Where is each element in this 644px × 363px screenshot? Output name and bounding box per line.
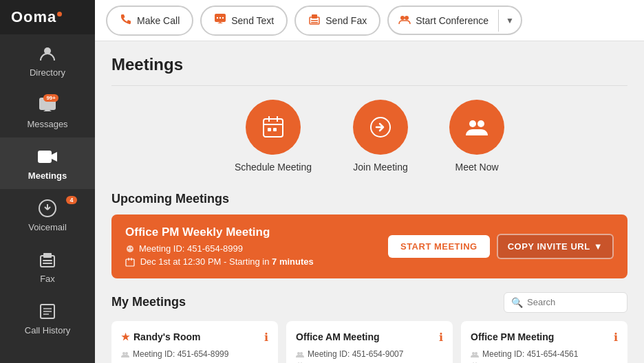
sidebar-item-meetings[interactable]: Meetings	[0, 138, 95, 189]
meet-now-item[interactable]: Meet Now	[449, 100, 504, 173]
fax-icon-btn	[308, 13, 321, 28]
upcoming-section-title: Upcoming Meetings	[111, 192, 627, 206]
upcoming-meeting-title: Office PM Weekly Meeting	[125, 226, 314, 239]
svg-point-31	[127, 245, 133, 252]
schedule-meeting-icon[interactable]	[246, 100, 301, 155]
join-meeting-icon[interactable]	[353, 100, 408, 155]
svg-point-38	[125, 352, 128, 355]
sidebar-item-label: Directory	[30, 67, 65, 78]
svg-rect-5	[43, 253, 52, 258]
info-icon[interactable]: ℹ	[614, 331, 618, 344]
svg-point-40	[300, 352, 303, 355]
meeting-card-randys-room: ★ Randy's Room ℹ Meeting ID: 451-654-899…	[111, 321, 278, 363]
meetings-icon	[36, 146, 58, 168]
directory-icon	[36, 43, 58, 65]
svg-point-15	[222, 16, 224, 18]
sidebar-item-fax[interactable]: Fax	[0, 241, 95, 292]
svg-point-45	[475, 352, 477, 355]
svg-point-37	[122, 352, 125, 355]
svg-point-33	[131, 248, 132, 249]
svg-rect-27	[273, 128, 277, 131]
voicemail-badge: 4	[66, 196, 77, 204]
schedule-meeting-label: Schedule Meeting	[235, 162, 312, 173]
make-call-label: Make Call	[137, 15, 180, 26]
topbar: Make Call Send Text	[95, 0, 644, 41]
sidebar-item-label: Messages	[27, 119, 67, 129]
send-fax-button[interactable]: Send Fax	[294, 6, 380, 36]
upcoming-meeting-card: Office PM Weekly Meeting Meeting ID: 451…	[111, 214, 627, 278]
card-meeting-id: Meeting ID: 451-654-9007	[296, 349, 443, 359]
card-title-row: ★ Randy's Room ℹ	[121, 331, 268, 344]
search-icon: 🔍	[511, 297, 523, 308]
upcoming-meeting-info: Office PM Weekly Meeting Meeting ID: 451…	[125, 226, 314, 267]
svg-point-32	[128, 248, 129, 249]
sidebar-item-label: Meetings	[28, 170, 67, 181]
svg-rect-34	[126, 259, 134, 266]
app-logo: Ooma	[0, 0, 95, 34]
svg-point-44	[472, 352, 475, 355]
sidebar: Ooma Directory 99+ Messages Meeting	[0, 0, 95, 363]
card-title: Office AM Meeting	[296, 331, 380, 342]
conference-main-part[interactable]: Start Conference	[389, 7, 498, 34]
phone-icon	[120, 13, 132, 28]
sidebar-item-label: Call History	[25, 325, 70, 336]
start-conference-button[interactable]: Start Conference ▼	[387, 6, 522, 35]
conference-dropdown-arrow[interactable]: ▼	[498, 10, 521, 32]
start-meeting-button[interactable]: START MEETING	[388, 235, 490, 258]
svg-rect-19	[311, 22, 318, 23]
join-meeting-item[interactable]: Join Meeting	[353, 100, 408, 173]
search-input[interactable]	[527, 297, 620, 307]
card-title-row: Office AM Meeting ℹ	[296, 331, 443, 344]
svg-rect-18	[311, 20, 318, 21]
conference-icon	[398, 13, 411, 28]
svg-rect-2	[38, 151, 52, 163]
card-title: ★ Randy's Room	[121, 331, 200, 342]
sidebar-item-label: Fax	[40, 274, 55, 284]
card-title-row: Office PM Meeting ℹ	[471, 331, 618, 344]
fax-icon	[36, 249, 58, 271]
meeting-cards-row: ★ Randy's Room ℹ Meeting ID: 451-654-899…	[111, 321, 627, 363]
svg-rect-7	[43, 263, 52, 264]
meeting-card-office-am: Office AM Meeting ℹ Meeting ID: 451-654-…	[286, 321, 453, 363]
sidebar-item-messages[interactable]: 99+ Messages	[0, 86, 95, 138]
meeting-actions-row: Schedule Meeting Join Meeting	[111, 100, 627, 173]
svg-point-29	[469, 120, 476, 127]
send-fax-label: Send Fax	[325, 15, 367, 26]
send-text-label: Send Text	[231, 15, 274, 26]
sidebar-item-call-history[interactable]: Call History	[0, 292, 95, 344]
info-icon[interactable]: ℹ	[264, 331, 268, 344]
svg-rect-6	[43, 260, 52, 261]
make-call-button[interactable]: Make Call	[106, 6, 193, 36]
logo-text: Ooma	[11, 8, 56, 26]
main-content: Make Call Send Text	[95, 0, 644, 363]
svg-rect-17	[312, 14, 317, 19]
star-icon: ★	[121, 331, 130, 342]
my-meetings-header: My Meetings 🔍	[111, 292, 627, 313]
conference-label: Start Conference	[416, 15, 489, 26]
send-text-button[interactable]: Send Text	[200, 6, 288, 36]
svg-rect-22	[264, 119, 283, 137]
page-title: Meetings	[111, 55, 627, 74]
card-title: Office PM Meeting	[471, 331, 554, 342]
svg-point-14	[219, 16, 221, 18]
search-box[interactable]: 🔍	[504, 292, 627, 313]
messages-badge: 99+	[43, 94, 58, 102]
page-content: Meetings Schedule Meeting	[95, 41, 644, 363]
messages-icon: 99+	[36, 94, 58, 116]
svg-point-13	[217, 16, 218, 18]
card-meeting-id: Meeting ID: 451-654-8999	[121, 349, 268, 359]
svg-point-21	[405, 16, 409, 20]
voicemail-icon	[36, 197, 58, 219]
chat-icon	[214, 13, 226, 28]
dropdown-arrow: ▼	[594, 241, 603, 252]
schedule-meeting-item[interactable]: Schedule Meeting	[235, 100, 312, 173]
copy-invite-button[interactable]: COPY INVITE URL ▼	[497, 234, 614, 259]
sidebar-item-directory[interactable]: Directory	[0, 34, 95, 86]
join-meeting-label: Join Meeting	[353, 162, 407, 173]
sidebar-item-voicemail[interactable]: Voicemail 4	[0, 189, 95, 241]
card-meeting-id: Meeting ID: 451-654-4561	[471, 349, 618, 359]
info-icon[interactable]: ℹ	[439, 331, 443, 344]
meet-now-icon[interactable]	[449, 100, 504, 155]
logo-dot	[57, 12, 62, 16]
svg-rect-26	[268, 128, 271, 131]
